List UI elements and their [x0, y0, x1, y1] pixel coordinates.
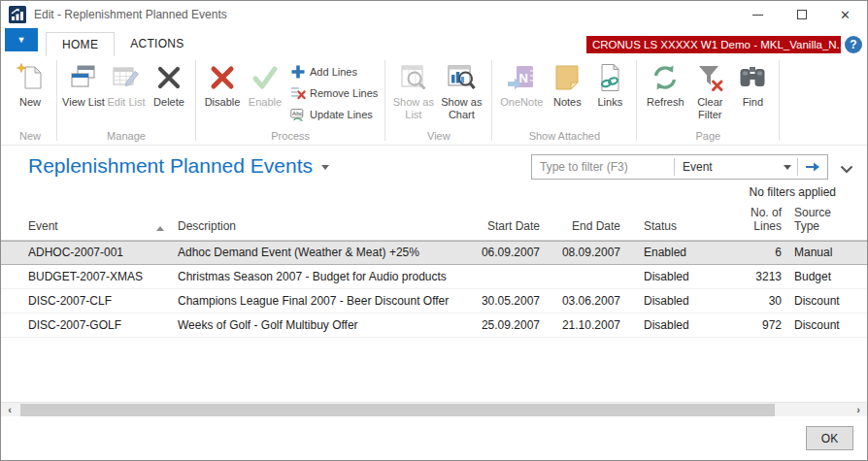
table-row[interactable]: ADHOC-2007-001 Adhoc Demand Event (Weath… — [1, 241, 867, 265]
scroll-right-button[interactable]: › — [850, 403, 867, 416]
tab-home[interactable]: HOME — [46, 32, 115, 56]
delete-button[interactable]: Delete — [148, 58, 190, 109]
scrollbar-thumb[interactable] — [20, 404, 775, 416]
minimize-icon — [752, 15, 763, 16]
expand-filter-pane-button[interactable] — [840, 160, 853, 178]
cell-source-type: Discount — [784, 294, 859, 308]
group-label: Process — [201, 128, 380, 145]
view-list-button[interactable]: View List — [62, 58, 105, 109]
title-bar: Edit - Replenishment Planned Events ✕ — [1, 1, 867, 28]
cell-event: DISC-2007-GOLF — [28, 318, 178, 332]
show-as-chart-button[interactable]: Show as Chart — [436, 58, 486, 120]
onenote-icon: N — [506, 62, 537, 93]
column-header-no-of-lines[interactable]: No. of Lines — [728, 207, 784, 234]
new-button[interactable]: New — [9, 58, 51, 109]
links-button[interactable]: Links — [588, 58, 631, 109]
cell-description: Adhoc Demand Event (Weather & Meat) +25% — [178, 246, 477, 259]
cell-start-date: 30.05.2007 — [477, 294, 540, 308]
find-button[interactable]: Find — [731, 58, 774, 109]
show-as-list-icon — [398, 62, 429, 93]
button-label: Refresh — [647, 96, 684, 109]
button-label: Enable — [249, 96, 282, 109]
update-lines-button[interactable]: Abc Update Lines — [290, 107, 378, 122]
table-header-row: Event Description Start Date End Date St… — [1, 207, 867, 241]
column-header-description[interactable]: Description — [178, 220, 477, 234]
ok-button[interactable]: OK — [806, 426, 853, 450]
cell-no-of-lines: 6 — [728, 246, 784, 259]
filter-status-text: No filters applied — [1, 180, 867, 199]
enable-icon — [250, 62, 281, 93]
refresh-icon — [650, 62, 681, 93]
enable-button[interactable]: Enable — [244, 58, 286, 109]
remove-lines-icon — [290, 85, 306, 101]
group-separator — [636, 60, 637, 141]
table-row[interactable]: DISC-2007-GOLF Weeks of Golf - Golf Mult… — [1, 313, 867, 338]
button-label: New — [19, 96, 41, 109]
cell-source-type: Budget — [784, 270, 859, 283]
filter-box: Event — [531, 154, 828, 180]
cell-event: BUDGET-2007-XMAS — [28, 270, 178, 283]
find-icon — [737, 62, 768, 93]
scroll-left-button[interactable]: ‹ — [1, 403, 18, 416]
group-separator — [56, 60, 57, 141]
delete-icon — [153, 62, 184, 93]
button-label: Add Lines — [310, 66, 357, 78]
filter-input[interactable] — [532, 160, 674, 174]
update-lines-icon: Abc — [290, 107, 306, 122]
filter-field-value: Event — [683, 160, 713, 174]
column-header-status[interactable]: Status — [620, 220, 728, 234]
column-header-source-type[interactable]: Source Type — [784, 207, 859, 234]
group-separator — [384, 60, 385, 141]
application-menu-button[interactable]: ▼ — [5, 28, 38, 51]
onenote-button[interactable]: N OneNote — [497, 58, 546, 109]
edit-list-button[interactable]: Edit List — [105, 58, 148, 109]
page-title-caret-icon[interactable] — [321, 165, 329, 170]
column-header-end-date[interactable]: End Date — [540, 220, 620, 234]
ribbon-group-manage: View List Edit List Delete — [58, 58, 194, 145]
cell-status: Disabled — [620, 294, 728, 308]
show-as-list-button[interactable]: Show as List — [390, 58, 436, 120]
button-label: Links — [597, 96, 622, 109]
clear-filter-icon — [694, 62, 725, 93]
minimize-button[interactable] — [736, 1, 780, 28]
process-small-buttons: Add Lines Remove Lines — [286, 58, 380, 122]
ribbon: New New View List — [1, 56, 867, 146]
close-button[interactable]: ✕ — [823, 1, 867, 28]
button-label: OneNote — [500, 96, 543, 109]
help-button[interactable]: ? — [845, 36, 862, 53]
maximize-button[interactable] — [780, 1, 823, 28]
table-row[interactable]: BUDGET-2007-XMAS Christmas Season 2007 -… — [1, 265, 867, 289]
remove-lines-button[interactable]: Remove Lines — [290, 85, 378, 101]
tab-actions[interactable]: ACTIONS — [115, 32, 199, 56]
ribbon-group-show-attached: N OneNote Notes — [493, 58, 635, 145]
cell-source-type: Manual — [784, 246, 859, 259]
group-label: Page — [642, 128, 774, 145]
button-label: Clear Filter — [688, 96, 731, 120]
notes-button[interactable]: Notes — [546, 58, 588, 109]
filter-field-select[interactable]: Event — [675, 160, 797, 174]
sort-ascending-icon — [156, 226, 164, 231]
cell-event: DISC-2007-CLF — [28, 294, 178, 308]
button-label: Edit List — [107, 96, 145, 109]
disable-button[interactable]: Disable — [201, 58, 244, 109]
chevron-down-icon — [784, 165, 791, 170]
apply-filter-button[interactable] — [798, 155, 827, 179]
new-document-icon — [15, 62, 46, 93]
column-header-event[interactable]: Event — [28, 220, 178, 234]
cell-no-of-lines: 972 — [728, 318, 784, 332]
ribbon-group-page: Refresh Clear Filter — [638, 58, 778, 145]
cell-status: Enabled — [620, 246, 728, 259]
cell-status: Disabled — [620, 318, 728, 332]
clear-filter-button[interactable]: Clear Filter — [688, 58, 731, 120]
table-row[interactable]: DISC-2007-CLF Champions League Final 200… — [1, 289, 867, 313]
button-label: Show as Chart — [436, 96, 486, 120]
horizontal-scrollbar[interactable]: ‹ › — [1, 402, 867, 416]
button-label: Notes — [553, 96, 582, 109]
close-icon: ✕ — [840, 9, 851, 21]
refresh-button[interactable]: Refresh — [642, 58, 688, 109]
button-label: Update Lines — [310, 109, 373, 120]
add-lines-button[interactable]: Add Lines — [290, 64, 378, 80]
column-header-start-date[interactable]: Start Date — [477, 220, 540, 234]
cell-no-of-lines: 30 — [728, 294, 784, 308]
cell-status: Disabled — [620, 270, 728, 283]
